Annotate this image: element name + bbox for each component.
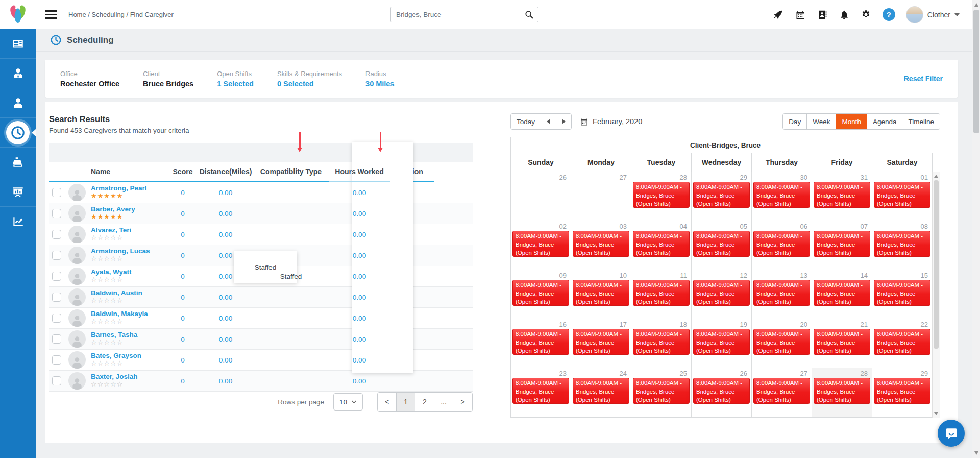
pager-prev-button[interactable]: <: [378, 393, 397, 411]
sidebar-item-clients[interactable]: [0, 88, 36, 118]
shift-event[interactable]: 8:00AM-9:00AM - Bridges, Bruce (Open Shi…: [693, 182, 750, 208]
calendar-day-cell[interactable]: 238:00AM-9:00AM - Bridges, Bruce (Open S…: [511, 368, 571, 417]
calendar-day-cell[interactable]: 228:00AM-9:00AM - Bridges, Bruce (Open S…: [872, 319, 933, 368]
calendar-day-cell[interactable]: 028:00AM-9:00AM - Bridges, Bruce (Open S…: [511, 221, 571, 270]
row-checkbox[interactable]: [52, 314, 61, 323]
calendar-day-cell[interactable]: 278:00AM-9:00AM - Bridges, Bruce (Open S…: [752, 368, 812, 417]
shift-event[interactable]: 8:00AM-9:00AM - Bridges, Bruce (Open Shi…: [573, 378, 629, 404]
pager-page-1[interactable]: 1: [397, 393, 415, 411]
shift-event[interactable]: 8:00AM-9:00AM - Bridges, Bruce (Open Shi…: [814, 280, 870, 306]
calendar-day-cell[interactable]: 158:00AM-9:00AM - Bridges, Bruce (Open S…: [872, 270, 933, 319]
scroll-down-arrow-icon[interactable]: [974, 451, 978, 455]
calendar-day-cell[interactable]: 288:00AM-9:00AM - Bridges, Bruce (Open S…: [631, 172, 692, 221]
shift-event[interactable]: 8:00AM-9:00AM - Bridges, Bruce (Open Shi…: [874, 329, 930, 355]
filter-value[interactable]: 1 Selected: [217, 80, 254, 88]
row-checkbox[interactable]: [52, 188, 61, 197]
calendar-day-cell[interactable]: 088:00AM-9:00AM - Bridges, Bruce (Open S…: [872, 221, 933, 270]
view-button-week[interactable]: Week: [807, 114, 836, 129]
shift-event[interactable]: 8:00AM-9:00AM - Bridges, Bruce (Open Shi…: [633, 182, 690, 208]
calendar-day-cell[interactable]: 258:00AM-9:00AM - Bridges, Bruce (Open S…: [631, 368, 692, 417]
caregiver-name-link[interactable]: Baldwin, Makayla: [91, 310, 167, 318]
row-checkbox[interactable]: [52, 355, 61, 365]
shift-event[interactable]: 8:00AM-9:00AM - Bridges, Bruce (Open Shi…: [693, 231, 750, 257]
calendar-day-cell[interactable]: 148:00AM-9:00AM - Bridges, Bruce (Open S…: [812, 270, 872, 319]
shift-event[interactable]: 8:00AM-9:00AM - Bridges, Bruce (Open Shi…: [814, 378, 870, 404]
caregiver-name-link[interactable]: Baldwin, Austin: [91, 290, 167, 297]
shift-event[interactable]: 8:00AM-9:00AM - Bridges, Bruce (Open Shi…: [874, 378, 930, 404]
sidebar-item-dashboard[interactable]: [0, 29, 36, 59]
shift-event[interactable]: 8:00AM-9:00AM - Bridges, Bruce (Open Shi…: [693, 378, 750, 404]
calendar-day-cell[interactable]: 198:00AM-9:00AM - Bridges, Bruce (Open S…: [692, 319, 752, 368]
view-button-timeline[interactable]: Timeline: [902, 114, 940, 129]
caregiver-name-link[interactable]: Barber, Avery: [91, 206, 167, 213]
calendar-day-cell[interactable]: 138:00AM-9:00AM - Bridges, Bruce (Open S…: [752, 270, 812, 319]
address-book-icon[interactable]: [817, 9, 828, 20]
calendar-day-cell[interactable]: 178:00AM-9:00AM - Bridges, Bruce (Open S…: [571, 319, 631, 368]
shift-event[interactable]: 8:00AM-9:00AM - Bridges, Bruce (Open Shi…: [874, 182, 930, 208]
app-logo[interactable]: [0, 0, 36, 29]
calendar-day-cell[interactable]: 118:00AM-9:00AM - Bridges, Bruce (Open S…: [631, 270, 692, 319]
shift-event[interactable]: 8:00AM-9:00AM - Bridges, Bruce (Open Shi…: [814, 329, 870, 355]
view-button-day[interactable]: Day: [783, 114, 807, 129]
filter-value[interactable]: 0 Selected: [277, 80, 342, 88]
shift-event[interactable]: 8:00AM-9:00AM - Bridges, Bruce (Open Shi…: [512, 378, 569, 404]
calendar-icon[interactable]: [795, 9, 806, 20]
scroll-down-arrow-icon[interactable]: [934, 412, 938, 415]
shift-event[interactable]: 8:00AM-9:00AM - Bridges, Bruce (Open Shi…: [693, 280, 750, 306]
calendar-day-cell[interactable]: 288:00AM-9:00AM - Bridges, Bruce (Open S…: [812, 368, 872, 417]
row-checkbox[interactable]: [52, 230, 61, 239]
shift-event[interactable]: 8:00AM-9:00AM - Bridges, Bruce (Open Shi…: [512, 329, 569, 355]
next-month-button[interactable]: [556, 114, 571, 129]
row-checkbox[interactable]: [52, 334, 61, 344]
shift-event[interactable]: 8:00AM-9:00AM - Bridges, Bruce (Open Shi…: [814, 182, 870, 208]
calendar-day-cell[interactable]: 308:00AM-9:00AM - Bridges, Bruce (Open S…: [752, 172, 812, 221]
column-header-hours-worked[interactable]: Hours Worked: [329, 162, 390, 182]
breadcrumb[interactable]: Home / Scheduling / Find Caregiver: [68, 11, 174, 18]
shift-event[interactable]: 8:00AM-9:00AM - Bridges, Bruce (Open Shi…: [573, 280, 629, 306]
reset-filter-link[interactable]: Reset Filter: [904, 75, 943, 83]
calendar-day-cell[interactable]: 298:00AM-9:00AM - Bridges, Bruce (Open S…: [872, 368, 933, 417]
prev-month-button[interactable]: [541, 114, 556, 129]
calendar-scrollbar[interactable]: [932, 172, 940, 418]
caregiver-name-link[interactable]: Armstrong, Lucas: [91, 248, 167, 255]
sidebar-item-reports[interactable]: [0, 177, 36, 207]
calendar-day-cell[interactable]: 128:00AM-9:00AM - Bridges, Bruce (Open S…: [692, 270, 752, 319]
pager-next-button[interactable]: >: [453, 393, 472, 411]
column-header-compatiblity-type[interactable]: Compatiblity Type: [253, 162, 329, 182]
caregiver-name-link[interactable]: Alvarez, Teri: [91, 227, 167, 234]
caregiver-name-link[interactable]: Barnes, Tasha: [91, 331, 167, 339]
shift-event[interactable]: 8:00AM-9:00AM - Bridges, Bruce (Open Shi…: [633, 231, 690, 257]
calendar-day-cell[interactable]: 108:00AM-9:00AM - Bridges, Bruce (Open S…: [571, 270, 631, 319]
today-button[interactable]: Today: [511, 114, 541, 129]
shift-event[interactable]: 8:00AM-9:00AM - Bridges, Bruce (Open Shi…: [573, 231, 629, 257]
shift-event[interactable]: 8:00AM-9:00AM - Bridges, Bruce (Open Shi…: [633, 280, 690, 306]
hamburger-menu-icon[interactable]: [45, 8, 57, 21]
chat-launcher-button[interactable]: [938, 420, 965, 447]
page-size-select[interactable]: 10: [333, 393, 363, 411]
rocket-icon[interactable]: [773, 9, 784, 20]
shift-event[interactable]: 8:00AM-9:00AM - Bridges, Bruce (Open Shi…: [874, 280, 930, 306]
calendar-day-cell[interactable]: 208:00AM-9:00AM - Bridges, Bruce (Open S…: [752, 319, 812, 368]
calendar-day-cell[interactable]: 098:00AM-9:00AM - Bridges, Bruce (Open S…: [511, 270, 571, 319]
sidebar-item-scheduling[interactable]: [0, 118, 36, 148]
calendar-day-cell[interactable]: 038:00AM-9:00AM - Bridges, Bruce (Open S…: [571, 221, 631, 270]
caregiver-name-link[interactable]: Ayala, Wyatt: [91, 269, 167, 276]
row-checkbox[interactable]: [52, 376, 61, 385]
sidebar-item-analytics[interactable]: [0, 207, 36, 236]
sidebar-item-caregivers[interactable]: [0, 59, 36, 88]
shift-event[interactable]: 8:00AM-9:00AM - Bridges, Bruce (Open Shi…: [512, 280, 569, 306]
shift-event[interactable]: 8:00AM-9:00AM - Bridges, Bruce (Open Shi…: [753, 231, 810, 257]
shift-event[interactable]: 8:00AM-9:00AM - Bridges, Bruce (Open Shi…: [633, 329, 690, 355]
search-input[interactable]: [391, 11, 525, 18]
shift-event[interactable]: 8:00AM-9:00AM - Bridges, Bruce (Open Shi…: [512, 231, 569, 257]
view-button-month[interactable]: Month: [836, 114, 867, 129]
user-menu[interactable]: Clother: [906, 6, 960, 23]
filter-value[interactable]: 30 Miles: [365, 80, 394, 88]
shift-event[interactable]: 8:00AM-9:00AM - Bridges, Bruce (Open Shi…: [753, 378, 810, 404]
calendar-day-cell[interactable]: 188:00AM-9:00AM - Bridges, Bruce (Open S…: [631, 319, 692, 368]
calendar-day-cell[interactable]: 168:00AM-9:00AM - Bridges, Bruce (Open S…: [511, 319, 571, 368]
calendar-scrollbar-thumb[interactable]: [934, 180, 939, 349]
help-icon[interactable]: ?: [883, 8, 895, 21]
column-header-score[interactable]: Score: [167, 162, 198, 182]
pager-page-2[interactable]: 2: [415, 393, 434, 411]
